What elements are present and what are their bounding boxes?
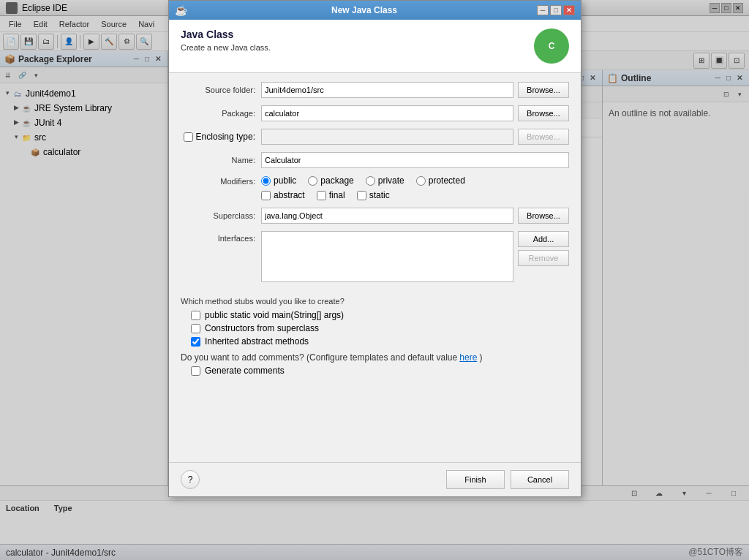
modifier-abstract-label: abstract (274, 190, 305, 200)
modifier-private-label: private (378, 175, 404, 186)
stub-inherited-checkbox[interactable] (191, 337, 200, 347)
generate-comments-option: Generate comments (181, 366, 569, 376)
dialog-header-title: Java Class (181, 29, 534, 40)
modifiers-other-line: abstract final static (261, 190, 569, 200)
dialog-footer: ? Finish Cancel (169, 462, 581, 496)
superclass-row: Superclass: Browse... (181, 208, 569, 224)
finish-button[interactable]: Finish (446, 470, 505, 489)
dialog-header-icon: C (534, 29, 569, 64)
dialog-header: Java Class Create a new Java class. C (169, 20, 581, 73)
superclass-label: Superclass: (181, 211, 261, 220)
modifier-private-radio[interactable] (366, 176, 375, 186)
name-label: Name: (181, 156, 261, 164)
superclass-input[interactable] (261, 208, 513, 224)
stub-main-checkbox[interactable] (191, 311, 200, 320)
enclosing-type-row: Enclosing type: Browse... (181, 129, 569, 145)
modifier-static-option[interactable]: static (357, 190, 390, 200)
dialog-body: Source folder: Browse... Package: Browse… (169, 73, 581, 462)
modifier-protected-radio[interactable] (416, 176, 426, 186)
dialog-overlay: ☕ New Java Class ─ □ ✕ Java Class Create… (0, 0, 749, 560)
modifier-package-radio[interactable] (308, 176, 317, 186)
new-java-class-dialog: ☕ New Java Class ─ □ ✕ Java Class Create… (168, 0, 581, 497)
interfaces-add-btn[interactable]: Add... (518, 231, 569, 247)
enclosing-type-input[interactable] (261, 129, 513, 145)
cancel-button[interactable]: Cancel (511, 470, 569, 489)
modifiers-row: Modifiers: public package pr (181, 175, 569, 200)
modifier-public-label: public (274, 175, 296, 186)
modifier-protected-label: protected (429, 175, 465, 186)
dialog-maximize-btn[interactable]: □ (550, 5, 562, 15)
source-folder-row: Source folder: Browse... (181, 82, 569, 98)
enclosing-type-checkbox[interactable] (184, 132, 193, 142)
comments-link[interactable]: here (459, 352, 477, 363)
interfaces-label: Interfaces: (181, 231, 261, 243)
modifiers-label: Modifiers: (181, 175, 261, 186)
dialog-title: New Java Class (192, 5, 537, 15)
dialog-titlebar: ☕ New Java Class ─ □ ✕ (169, 1, 581, 20)
comments-section: Do you want to add comments? (Configure … (181, 352, 569, 376)
stub-main-label: public static void main(String[] args) (205, 310, 344, 320)
stub-inherited-option: Inherited abstract methods (181, 336, 569, 347)
interfaces-btns: Add... Remove (518, 231, 569, 266)
package-browse-btn[interactable]: Browse... (518, 105, 569, 121)
comments-question-text: Do you want to add comments? (Configure … (181, 352, 457, 363)
source-folder-browse-btn[interactable]: Browse... (518, 82, 569, 98)
modifiers-content: public package private protected (261, 175, 569, 200)
source-folder-input[interactable] (261, 82, 513, 98)
dialog-minimize-btn[interactable]: ─ (537, 5, 549, 15)
help-button[interactable]: ? (181, 470, 200, 489)
interfaces-section: Add... Remove (261, 231, 569, 282)
dialog-close-btn[interactable]: ✕ (563, 5, 575, 15)
interfaces-remove-btn[interactable]: Remove (518, 250, 569, 266)
dialog-icon: ☕ (175, 4, 187, 16)
stub-constructors-label: Constructors from superclass (205, 323, 319, 333)
package-input[interactable] (261, 105, 513, 121)
package-row: Package: Browse... (181, 105, 569, 121)
stub-constructors-option: Constructors from superclass (181, 323, 569, 333)
name-input[interactable] (261, 152, 569, 168)
modifiers-access-line: public package private protected (261, 175, 569, 186)
stub-inherited-label: Inherited abstract methods (205, 336, 309, 347)
stubs-section: Which method stubs would you like to cre… (181, 297, 569, 347)
modifier-package-option[interactable]: package (308, 175, 353, 186)
modifier-final-checkbox[interactable] (317, 191, 326, 200)
stub-main-option: public static void main(String[] args) (181, 310, 569, 320)
modifier-static-label: static (369, 190, 390, 200)
modifier-final-option[interactable]: final (317, 190, 345, 200)
enclosing-type-checkbox-area: Enclosing type: (181, 132, 261, 142)
modifier-public-radio[interactable] (261, 176, 271, 186)
generate-comments-label: Generate comments (205, 366, 285, 376)
modifier-private-option[interactable]: private (366, 175, 404, 186)
modifier-abstract-option[interactable]: abstract (261, 190, 305, 200)
modifier-abstract-checkbox[interactable] (261, 191, 271, 200)
modifier-protected-option[interactable]: protected (416, 175, 465, 186)
enclosing-type-browse-btn[interactable]: Browse... (518, 129, 569, 145)
comments-link-end: ) (479, 352, 482, 363)
name-row: Name: (181, 152, 569, 168)
modifier-static-checkbox[interactable] (357, 191, 366, 200)
source-folder-label: Source folder: (181, 86, 261, 94)
enclosing-type-label: Enclosing type: (196, 132, 255, 142)
interfaces-row: Interfaces: Add... Remove (181, 231, 569, 290)
dialog-icon-letter: C (549, 41, 555, 51)
generate-comments-checkbox[interactable] (191, 366, 200, 376)
interfaces-inner-row: Add... Remove (261, 231, 569, 282)
stubs-question: Which method stubs would you like to cre… (181, 297, 569, 306)
modifier-public-option[interactable]: public (261, 175, 296, 186)
interfaces-textarea[interactable] (261, 231, 513, 282)
package-label: Package: (181, 109, 261, 118)
modifier-final-label: final (329, 190, 345, 200)
modifier-package-label: package (320, 175, 353, 186)
dialog-header-subtitle: Create a new Java class. (181, 43, 534, 52)
stub-constructors-checkbox[interactable] (191, 324, 200, 333)
dialog-window-controls: ─ □ ✕ (537, 5, 575, 15)
dialog-header-text: Java Class Create a new Java class. (181, 29, 534, 52)
superclass-browse-btn[interactable]: Browse... (518, 208, 569, 224)
comments-question: Do you want to add comments? (Configure … (181, 352, 569, 363)
